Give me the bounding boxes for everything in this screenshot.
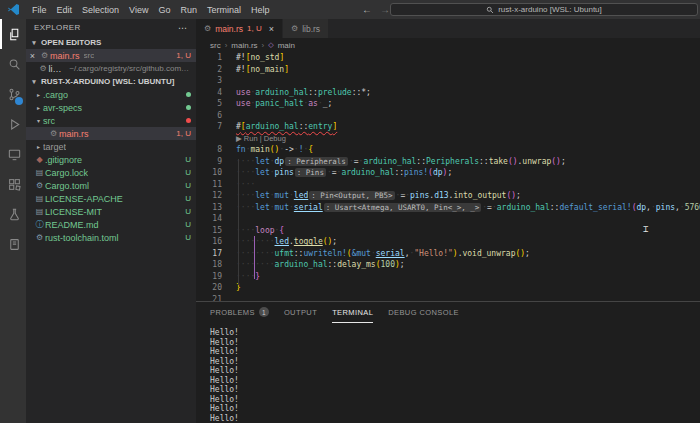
menu-edit[interactable]: Edit <box>52 5 78 15</box>
activity-remote-explorer-button[interactable] <box>0 139 26 169</box>
item-label: target <box>43 142 66 152</box>
code-line-17: 17········ufmt::uwriteln!(&mut·serial,·"… <box>196 248 700 260</box>
activity-search-button[interactable] <box>0 49 26 79</box>
panel-tab-output[interactable]: OUTPUT <box>284 302 317 323</box>
code-line-18: 18········arduino_hal::delay_ms(100); <box>196 259 700 271</box>
tree-item-LICENSE-APACHE[interactable]: ▤LICENSE-APACHEU <box>26 192 196 205</box>
line-number: 17 <box>196 249 222 258</box>
code-line-12: 12····let·mut·led: Pin<Output, PB5>·=·pi… <box>196 190 700 202</box>
menu-view[interactable]: View <box>124 5 153 15</box>
file-file-icon: ▤ <box>34 207 45 216</box>
activity-extensions-button[interactable] <box>0 169 26 199</box>
activity-bar <box>0 19 26 423</box>
gear-file-icon: ⚙ <box>34 181 45 190</box>
line-number: 18 <box>196 260 222 269</box>
tab-main.rs[interactable]: ⚙main.rs1, U× <box>196 19 283 38</box>
code-line-1: 1#![no_std] <box>196 52 700 64</box>
close-icon[interactable]: × <box>269 24 274 34</box>
explorer-icon <box>7 27 22 42</box>
tree-item-target[interactable]: ▸target <box>26 140 196 153</box>
menu-selection[interactable]: Selection <box>77 5 124 15</box>
menu-run[interactable]: Run <box>175 5 202 15</box>
panel-tab-debug-console[interactable]: DEBUG CONSOLE <box>388 302 459 323</box>
code-editor[interactable]: 1#![no_std]2#![no_main]34use·arduino_hal… <box>196 52 700 301</box>
tab-label: main.rs <box>215 24 243 34</box>
tree-item-README.md[interactable]: ⓘREADME.mdU <box>26 218 196 231</box>
menu-terminal[interactable]: Terminal <box>202 5 246 15</box>
tree-item-main.rs[interactable]: ⚙main.rs1, U <box>26 127 196 140</box>
folder-status-dot <box>186 118 191 123</box>
chevron-down-icon: ▾ <box>34 117 43 124</box>
panel-tab-problems[interactable]: PROBLEMS1 <box>210 302 269 323</box>
vscode-window: FileEditSelectionViewGoRunTerminalHelp ←… <box>0 0 700 423</box>
rust-file-icon: ⚙ <box>48 129 59 138</box>
git-status-badge: U <box>181 207 191 216</box>
activity-run-debug-button[interactable] <box>0 109 26 139</box>
bracket-pair-guide <box>254 236 255 279</box>
line-number: 8 <box>196 145 222 154</box>
title-bar: FileEditSelectionViewGoRunTerminalHelp ←… <box>0 0 700 19</box>
breadcrumb-item-main[interactable]: main <box>278 41 295 50</box>
terminal-line: Hello! <box>210 414 700 423</box>
file-path-suffix: ~/.cargo/registry/src/github.com-1ecc... <box>69 64 191 73</box>
code-line-9: 9····let·dp: Peripherals·=·arduino_hal::… <box>196 156 700 168</box>
panel-tab-terminal[interactable]: TERMINAL <box>332 302 373 323</box>
line-number: 15 <box>196 226 222 235</box>
menu-go[interactable]: Go <box>153 5 175 15</box>
code-line-8: 8fn·main()·->·!·{ <box>196 144 700 156</box>
activity-notebook-button[interactable] <box>0 229 26 259</box>
tree-item-Cargo.toml[interactable]: ⚙Cargo.tomlU <box>26 179 196 192</box>
tree-item-.gitignore[interactable]: ◆.gitignoreU <box>26 153 196 166</box>
breadcrumb[interactable]: src›main.rs›◇main <box>196 38 700 52</box>
file-path-suffix: src <box>84 51 95 60</box>
open-editors-list: ×⚙main.rssrc1, U⚙lib.rs~/.cargo/registry… <box>26 49 196 75</box>
line-number: 4 <box>196 88 222 97</box>
terminal-line: Hello! <box>210 328 700 338</box>
tree-item-src[interactable]: ▾src <box>26 114 196 127</box>
inlay-type-hint: : Pin<Output, PB5> <box>309 191 394 200</box>
code-line-7: 7#[arduino_hal::entry] <box>196 121 700 133</box>
vscode-logo-icon <box>7 3 20 16</box>
git-status-badge: U <box>181 168 191 177</box>
explorer-header: EXPLORER ⋯ <box>26 19 196 36</box>
close-icon[interactable]: × <box>26 51 39 61</box>
line-number: 16 <box>196 237 222 246</box>
open-editor-main.rs[interactable]: ×⚙main.rssrc1, U <box>26 49 196 62</box>
back-icon[interactable]: ← <box>362 4 372 15</box>
extensions-icon <box>7 177 22 192</box>
chevron-down-icon: ▾ <box>30 78 38 86</box>
line-number: 9 <box>196 157 222 166</box>
forward-icon[interactable]: → <box>380 4 390 15</box>
item-label: LICENSE-MIT <box>45 207 102 217</box>
code-line-15: 15····loop·{ <box>196 225 700 237</box>
open-editors-header[interactable]: ▾ OPEN EDITORS <box>26 36 196 49</box>
open-editor-lib.rs[interactable]: ⚙lib.rs~/.cargo/registry/src/github.com-… <box>26 62 196 75</box>
code-line-4: 4use·arduino_hal::prelude::*; <box>196 87 700 99</box>
breadcrumb-item-src[interactable]: src <box>210 41 221 50</box>
search-text: rust-x-arduino [WSL: Ubuntu] <box>498 5 602 14</box>
line-number: 6 <box>196 111 222 120</box>
activity-testing-button[interactable] <box>0 199 26 229</box>
more-actions-icon[interactable]: ⋯ <box>178 23 188 33</box>
tree-item-.cargo[interactable]: ▸.cargo <box>26 88 196 101</box>
line-number: 14 <box>196 214 222 223</box>
activity-explorer-button[interactable] <box>0 19 26 49</box>
tab-lib.rs[interactable]: ⚙lib.rs <box>283 19 329 38</box>
terminal-line: Hello! <box>210 366 700 376</box>
command-center-search[interactable]: rust-x-arduino [WSL: Ubuntu] <box>390 3 698 16</box>
bottom-panel: PROBLEMS1OUTPUTTERMINALDEBUG CONSOLE Hel… <box>196 301 700 423</box>
code-lens[interactable]: ▶ Run | Debug <box>196 133 700 145</box>
item-label: rust-toolchain.toml <box>45 233 119 243</box>
tree-item-avr-specs[interactable]: ▸avr-specs <box>26 101 196 114</box>
git-status-badge: U <box>181 181 191 190</box>
activity-source-control-button[interactable] <box>0 79 26 109</box>
workspace-header[interactable]: ▾ RUST-X-ARDUINO [WSL: UBUNTU] <box>26 75 196 88</box>
breadcrumb-item-main.rs[interactable]: main.rs <box>231 41 257 50</box>
terminal-output[interactable]: Hello!Hello!Hello!Hello!Hello!Hello!Hell… <box>196 323 700 423</box>
tree-item-Cargo.lock[interactable]: ▤Cargo.lockU <box>26 166 196 179</box>
menu-help[interactable]: Help <box>246 5 275 15</box>
breadcrumb-separator: › <box>225 41 228 50</box>
tree-item-LICENSE-MIT[interactable]: ▤LICENSE-MITU <box>26 205 196 218</box>
menu-file[interactable]: File <box>27 5 52 15</box>
tree-item-rust-toolchain.toml[interactable]: ⚙rust-toolchain.tomlU <box>26 231 196 244</box>
